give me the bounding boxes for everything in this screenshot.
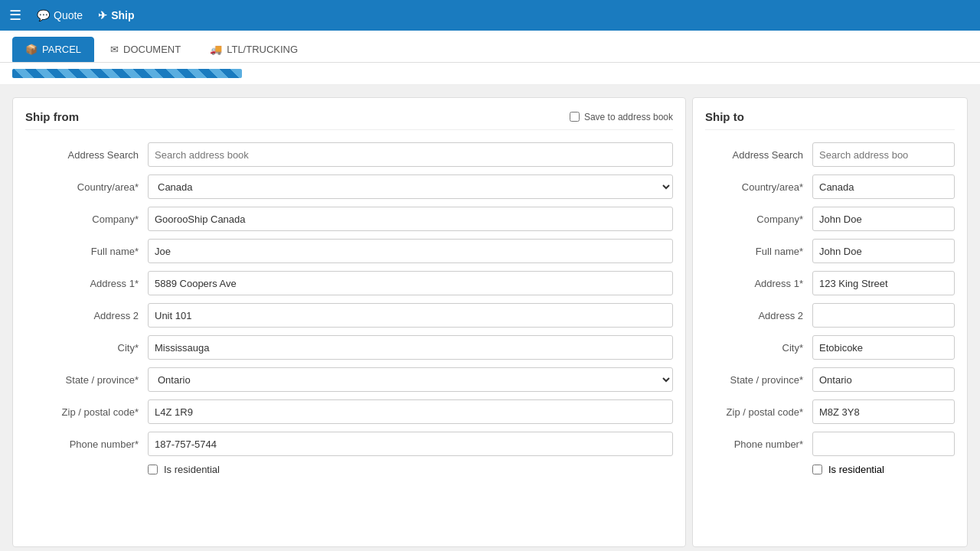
from-address2-label: Address 2 (25, 310, 148, 321)
to-address1-row: Address 1* (705, 271, 955, 295)
from-country-label: Country/area* (25, 181, 148, 193)
to-fullname-input[interactable] (812, 239, 955, 263)
to-residential-row: Is residential (812, 464, 955, 475)
to-phone-input[interactable] (812, 432, 955, 456)
to-country-label: Country/area* (705, 181, 812, 193)
nav-quote-label: Quote (54, 9, 83, 21)
to-address-search-row: Address Search (705, 142, 955, 167)
save-address-checkbox[interactable] (570, 112, 580, 122)
from-state-select[interactable]: Ontario (148, 367, 673, 392)
to-company-input[interactable] (812, 207, 955, 231)
from-zip-row: Zip / postal code* (25, 399, 673, 424)
nav-quote[interactable]: 💬 Quote (37, 9, 83, 21)
from-zip-input[interactable] (148, 399, 673, 424)
to-residential-checkbox[interactable] (812, 465, 822, 474)
from-phone-row: Phone number* (25, 432, 673, 456)
to-zip-row: Zip / postal code* (705, 399, 955, 424)
nav-ship-label: Ship (111, 9, 134, 21)
top-navigation: ☰ 💬 Quote ✈ Ship (0, 0, 980, 31)
to-city-input[interactable] (812, 335, 955, 360)
ship-to-header: Ship to (705, 110, 955, 130)
to-fullname-row: Full name* (705, 239, 955, 263)
from-residential-label[interactable]: Is residential (164, 464, 220, 475)
from-company-input[interactable] (148, 207, 673, 231)
to-address-search-label: Address Search (705, 149, 812, 161)
from-address2-input[interactable] (148, 303, 673, 328)
from-address-search-input[interactable] (148, 142, 673, 167)
to-company-row: Company* (705, 207, 955, 231)
to-city-label: City* (705, 342, 812, 354)
ship-from-header: Ship from Save to address book (25, 110, 673, 130)
from-fullname-label: Full name* (25, 246, 148, 257)
from-country-row: Country/area* Canada (25, 174, 673, 199)
to-state-label: State / province* (705, 374, 812, 386)
from-residential-row: Is residential (148, 464, 673, 475)
from-address1-label: Address 1* (25, 278, 148, 289)
to-address2-label: Address 2 (705, 310, 812, 321)
menu-icon[interactable]: ☰ (9, 7, 21, 24)
from-zip-label: Zip / postal code* (25, 406, 148, 418)
tab-parcel[interactable]: 📦 PARCEL (12, 37, 94, 62)
to-address1-label: Address 1* (705, 278, 812, 289)
to-zip-input[interactable] (812, 399, 955, 424)
from-address1-row: Address 1* (25, 271, 673, 295)
from-phone-input[interactable] (148, 432, 673, 456)
to-phone-label: Phone number* (705, 439, 812, 450)
to-address-search-input[interactable] (812, 142, 955, 167)
from-company-row: Company* (25, 207, 673, 231)
ship-from-title: Ship from (25, 110, 79, 123)
ship-to-card: Ship to Address Search Country/area* Com… (692, 97, 968, 547)
from-address-search-label: Address Search (25, 149, 148, 161)
ship-from-card: Ship from Save to address book Address S… (12, 97, 686, 547)
from-city-row: City* (25, 335, 673, 360)
main-content: Ship from Save to address book Address S… (0, 85, 980, 551)
ship-icon: ✈ (98, 9, 107, 21)
to-zip-label: Zip / postal code* (705, 406, 812, 418)
from-city-input[interactable] (148, 335, 673, 360)
from-country-select[interactable]: Canada (148, 174, 673, 199)
from-fullname-input[interactable] (148, 239, 673, 263)
from-city-label: City* (25, 342, 148, 354)
tab-document[interactable]: ✉ DOCUMENT (97, 37, 194, 62)
nav-ship[interactable]: ✈ Ship (98, 9, 134, 21)
tab-ltl-trucking[interactable]: 🚚 LTL/TRUCKING (197, 37, 311, 62)
from-address-search-row: Address Search (25, 142, 673, 167)
from-fullname-row: Full name* (25, 239, 673, 263)
from-state-row: State / province* Ontario (25, 367, 673, 392)
to-fullname-label: Full name* (705, 246, 812, 257)
from-residential-checkbox[interactable] (148, 465, 158, 474)
quote-icon: 💬 (37, 9, 50, 21)
progress-bar-container (0, 63, 980, 85)
from-company-label: Company* (25, 214, 148, 225)
save-address-btn[interactable]: Save to address book (570, 112, 673, 122)
to-address2-input[interactable] (812, 303, 955, 328)
from-phone-label: Phone number* (25, 439, 148, 450)
save-address-label: Save to address book (584, 112, 673, 122)
ship-to-title: Ship to (705, 110, 744, 123)
to-company-label: Company* (705, 214, 812, 225)
to-residential-label[interactable]: Is residential (828, 464, 884, 475)
to-address2-row: Address 2 (705, 303, 955, 328)
tab-bar: 📦 PARCEL ✉ DOCUMENT 🚚 LTL/TRUCKING (0, 31, 980, 63)
to-phone-row: Phone number* (705, 432, 955, 456)
parcel-icon: 📦 (25, 44, 38, 55)
to-state-row: State / province* (705, 367, 955, 392)
from-state-label: State / province* (25, 374, 148, 386)
to-city-row: City* (705, 335, 955, 360)
from-address2-row: Address 2 (25, 303, 673, 328)
progress-bar (12, 69, 242, 78)
to-country-input[interactable] (812, 174, 955, 199)
trucking-icon: 🚚 (210, 44, 222, 55)
from-address1-input[interactable] (148, 271, 673, 295)
to-address1-input[interactable] (812, 271, 955, 295)
document-icon: ✉ (110, 44, 119, 55)
to-country-row: Country/area* (705, 174, 955, 199)
to-state-input[interactable] (812, 367, 955, 392)
